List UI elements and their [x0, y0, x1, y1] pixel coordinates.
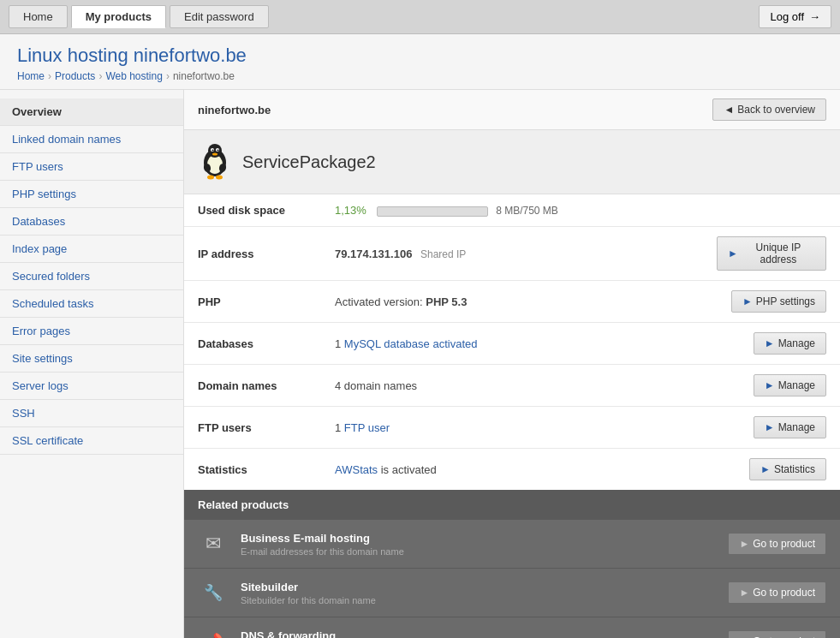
related-name-sitebuilder: Sitebuilder: [241, 581, 716, 593]
ip-label: IP address: [184, 227, 321, 281]
go-to-email-button[interactable]: ► Go to product: [728, 533, 826, 555]
unique-ip-button[interactable]: ► Unique IP address: [717, 236, 826, 271]
sidebar-item-linked-domain-names[interactable]: Linked domain names: [0, 126, 183, 153]
dns-forwarding-icon: 📌: [198, 626, 229, 638]
go-to-dns-button[interactable]: ► Go to product: [728, 630, 826, 638]
awstats-link[interactable]: AWStats: [335, 463, 378, 476]
table-row-domain-names: Domain names 4 domain names ► Manage: [184, 365, 840, 407]
logoff-arrow-icon: →: [809, 10, 820, 23]
statistics-value: AWStats is activated: [321, 449, 703, 491]
sidebar-item-error-pages[interactable]: Error pages: [0, 318, 183, 345]
info-table: Used disk space 1,13% 8 MB/750 MB IP add…: [184, 194, 840, 490]
service-header: ServicePackage2: [184, 130, 840, 194]
ftp-users-manage-button[interactable]: ► Manage: [754, 416, 826, 438]
svg-point-7: [212, 153, 217, 156]
domain-names-label: Domain names: [184, 365, 321, 407]
disk-space-label: Used disk space: [184, 194, 321, 227]
databases-value: 1 MySQL database activated: [321, 323, 703, 365]
php-settings-button[interactable]: ► PHP settings: [731, 290, 826, 313]
main-content: ninefortwo.be ◄ Back to overview: [184, 90, 840, 638]
databases-manage-arrow-icon: ►: [765, 337, 775, 349]
related-info-email: Business E-mail hosting E-mail addresses…: [241, 532, 716, 557]
sidebar-item-ftp-users[interactable]: FTP users: [0, 153, 183, 181]
breadcrumb-sep-1: ›: [48, 70, 51, 82]
shared-ip-label: Shared IP: [420, 248, 466, 260]
sidebar-item-overview[interactable]: Overview: [0, 98, 183, 126]
ip-action: ► Unique IP address: [703, 227, 840, 281]
sidebar-item-site-settings[interactable]: Site settings: [0, 345, 183, 373]
statistics-label: Statistics: [184, 449, 321, 491]
related-name-email: Business E-mail hosting: [241, 532, 716, 545]
content-header: ninefortwo.be ◄ Back to overview: [184, 90, 840, 130]
sidebar-item-ssh[interactable]: SSH: [0, 400, 183, 427]
tab-home[interactable]: Home: [9, 5, 68, 28]
ftp-users-value: 1 FTP user: [321, 407, 703, 449]
logoff-button[interactable]: Log off →: [759, 5, 831, 28]
breadcrumb-products[interactable]: Products: [55, 70, 95, 82]
top-navigation: Home My products Edit password Log off →: [0, 0, 840, 34]
sidebar-item-index-page[interactable]: Index page: [0, 236, 183, 263]
breadcrumb-current: ninefortwo.be: [173, 70, 235, 82]
svg-point-11: [216, 176, 223, 180]
sidebar-item-server-logs[interactable]: Server logs: [0, 373, 183, 400]
back-to-overview-button[interactable]: ◄ Back to overview: [712, 98, 826, 121]
ftp-users-label: FTP users: [184, 407, 321, 449]
databases-label: Databases: [184, 323, 321, 365]
related-item-sitebuilder: 🔧 Sitebuilder Sitebuilder for this domai…: [184, 569, 840, 617]
sidebar: Overview Linked domain names FTP users P…: [0, 90, 184, 638]
svg-point-5: [212, 150, 214, 152]
breadcrumb-sep-2: ›: [98, 70, 102, 82]
content-hostname: ninefortwo.be: [198, 104, 271, 116]
unique-ip-arrow-icon: ►: [728, 247, 738, 259]
related-item-dns-forwarding: 📌 DNS & forwarding DNS & forwarding for …: [184, 617, 840, 638]
tab-my-products[interactable]: My products: [71, 5, 166, 28]
related-products: Related products ✉ Business E-mail hosti…: [184, 490, 840, 638]
top-nav-right: Log off →: [759, 5, 831, 28]
tab-edit-password[interactable]: Edit password: [170, 5, 269, 28]
related-name-dns: DNS & forwarding: [241, 629, 716, 639]
databases-action: ► Manage: [703, 323, 840, 365]
php-action: ► PHP settings: [703, 281, 840, 323]
sidebar-item-php-settings[interactable]: PHP settings: [0, 181, 183, 208]
sitebuilder-icon: 🔧: [198, 577, 229, 608]
databases-manage-button[interactable]: ► Manage: [754, 332, 826, 355]
page-header: Linux hosting ninefortwo.be Home › Produ…: [0, 34, 840, 90]
ftp-users-action: ► Manage: [703, 407, 840, 449]
domain-names-action: ► Manage: [703, 365, 840, 407]
related-info-sitebuilder: Sitebuilder Sitebuilder for this domain …: [241, 581, 716, 605]
related-item-email-hosting: ✉ Business E-mail hosting E-mail address…: [184, 520, 840, 569]
domain-names-value: 4 domain names: [321, 365, 703, 407]
breadcrumb-sep-3: ›: [166, 70, 170, 82]
disk-space-value: 1,13% 8 MB/750 MB: [321, 194, 703, 227]
sidebar-item-databases[interactable]: Databases: [0, 208, 183, 236]
ip-value: 79.174.131.106 Shared IP: [321, 227, 703, 281]
service-package-title: ServicePackage2: [242, 152, 376, 172]
breadcrumb: Home › Products › Web hosting › ninefort…: [17, 70, 823, 82]
sidebar-item-secured-folders[interactable]: Secured folders: [0, 263, 183, 290]
mysql-link[interactable]: MySQL database activated: [344, 337, 478, 350]
main-layout: Overview Linked domain names FTP users P…: [0, 90, 840, 638]
related-info-dns: DNS & forwarding DNS & forwarding for th…: [241, 629, 716, 639]
svg-point-2: [208, 144, 222, 158]
statistics-action: ► Statistics: [703, 449, 840, 491]
svg-point-10: [207, 176, 214, 180]
domain-names-manage-arrow-icon: ►: [765, 379, 775, 391]
ip-number: 79.174.131.106: [335, 247, 412, 260]
go-to-email-arrow-icon: ►: [739, 538, 749, 550]
php-version: PHP 5.3: [426, 295, 467, 308]
ftp-user-link[interactable]: FTP user: [344, 421, 390, 434]
sidebar-item-scheduled-tasks[interactable]: Scheduled tasks: [0, 290, 183, 318]
breadcrumb-web-hosting[interactable]: Web hosting: [105, 70, 163, 82]
ftp-users-manage-arrow-icon: ►: [765, 421, 775, 433]
svg-point-6: [217, 150, 219, 152]
breadcrumb-home[interactable]: Home: [17, 70, 45, 82]
domain-names-manage-button[interactable]: ► Manage: [754, 374, 826, 397]
statistics-button[interactable]: ► Statistics: [749, 458, 826, 480]
back-arrow-icon: ◄: [724, 104, 734, 116]
sidebar-item-ssl-certificate[interactable]: SSL certificate: [0, 427, 183, 455]
go-to-sitebuilder-button[interactable]: ► Go to product: [728, 581, 826, 604]
table-row-disk-space: Used disk space 1,13% 8 MB/750 MB: [184, 194, 840, 227]
php-label: PHP: [184, 281, 321, 323]
disk-bar-container: [377, 206, 488, 217]
table-row-ip-address: IP address 79.174.131.106 Shared IP ► Un…: [184, 227, 840, 281]
